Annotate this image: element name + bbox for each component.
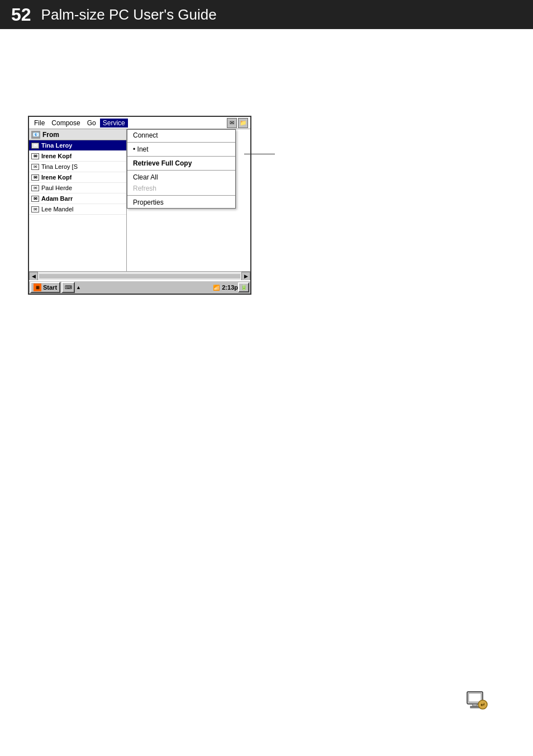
email-row[interactable]: ✉ Irene Kopf [29,172,126,183]
email-list-header: 📧 From [29,129,126,140]
email-sender: Tina Leroy [41,142,72,149]
email-sender: Paul Herde [41,185,72,191]
palm-window: File Compose Go Service ✉ 📁 📧 From ✉ Tin… [28,116,251,295]
list-icon: 📧 [31,131,40,139]
taskbar-arrow[interactable]: ▲ [76,285,81,290]
dropdown-properties[interactable]: Properties [127,197,235,208]
email-icon: ✉ [31,196,39,202]
email-row[interactable]: ✉ Lee Mandel [29,204,126,215]
taskbar-time-area: 📶 2:13p 🔋 [213,282,249,292]
horizontal-scrollbar: ◀ ▶ [29,271,250,280]
dropdown-inet[interactable]: Inet [127,144,235,155]
email-row[interactable]: ✉ Paul Herde [29,183,126,193]
header-bar: 52 Palm-size PC User's Guide [0,0,533,29]
email-sender: Irene Kopf [41,174,72,181]
scroll-track[interactable] [39,274,240,278]
svg-text:↵: ↵ [480,702,485,708]
email-icon: ✉ [31,185,39,191]
page-number: 52 [11,4,31,25]
bottom-right-icon: ↵ [466,689,488,711]
email-sender: Adam Barr [41,195,73,202]
service-dropdown: Connect Inet Retrieve Full Copy Clear Al… [127,129,236,209]
email-icon: ✉ [31,206,39,212]
email-row[interactable]: ✉ Adam Barr [29,193,126,204]
dropdown-separator [127,170,235,171]
svg-rect-3 [470,706,479,708]
menu-bar: File Compose Go Service ✉ 📁 [29,117,250,129]
menu-file[interactable]: File [31,119,47,127]
start-button[interactable]: ⊞ Start [30,282,60,293]
callout-line [244,154,275,154]
email-row[interactable]: ✉ Tina Leroy [29,140,126,151]
svg-rect-2 [473,704,477,706]
start-label: Start [43,284,57,291]
from-column-header: From [42,131,59,139]
connection-icon: 📶 [213,285,220,291]
dropdown-retrieve-full-copy[interactable]: Retrieve Full Copy [127,158,235,169]
menu-compose[interactable]: Compose [49,119,83,127]
email-icon: ✉ [31,143,39,149]
dropdown-separator [127,142,235,143]
dropdown-refresh: Refresh [127,183,235,194]
email-icon: ✉ [31,164,39,170]
page-title: Palm-size PC User's Guide [41,6,217,23]
dropdown-connect[interactable]: Connect [127,130,235,141]
scroll-right-button[interactable]: ▶ [241,272,250,281]
dropdown-separator [127,195,235,196]
clock-display: 2:13p [222,284,238,291]
folder-icon[interactable]: 📁 [238,118,248,128]
menu-icons: ✉ 📁 [227,118,248,128]
menu-go[interactable]: Go [84,119,99,127]
email-icon: ✉ [31,174,39,181]
email-sender: Tina Leroy [S [41,163,78,170]
email-sender: Lee Mandel [41,206,74,212]
taskbar: ⊞ Start ⌨ ▲ 📶 2:13p 🔋 [29,280,250,294]
email-row[interactable]: ✉ Tina Leroy [S [29,162,126,172]
email-row[interactable]: ✉ Irene Kopf [29,151,126,162]
email-sender: Irene Kopf [41,153,72,159]
email-list: 📧 From ✉ Tina Leroy ✉ Irene Kopf ✉ Tina … [29,129,127,280]
svg-rect-1 [469,693,481,702]
keyboard-button[interactable]: ⌨ [61,282,75,293]
dropdown-separator [127,156,235,157]
email-icon: ✉ [31,153,39,159]
battery-indicator[interactable]: 🔋 [238,282,249,292]
main-content: File Compose Go Service ✉ 📁 📧 From ✉ Tin… [0,29,533,756]
start-icon: ⊞ [34,284,41,291]
body-area: 📧 From ✉ Tina Leroy ✉ Irene Kopf ✉ Tina … [29,129,250,280]
dropdown-clear-all[interactable]: Clear All [127,172,235,183]
scroll-left-button[interactable]: ◀ [29,272,38,281]
inbox-icon[interactable]: ✉ [227,118,237,128]
menu-service[interactable]: Service [100,119,128,127]
